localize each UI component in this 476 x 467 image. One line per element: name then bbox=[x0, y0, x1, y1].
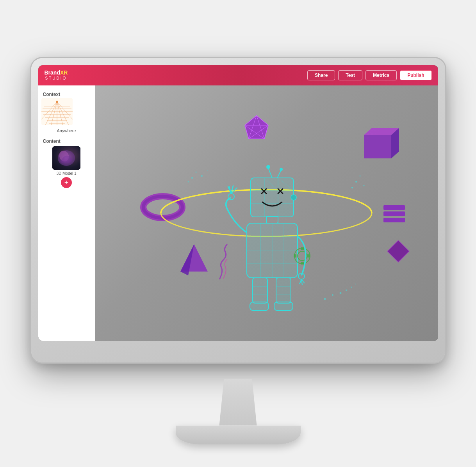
add-content-button[interactable]: + bbox=[61, 177, 72, 188]
svg-point-47 bbox=[324, 298, 326, 300]
share-button[interactable]: Share bbox=[307, 70, 335, 80]
header-bar: BrandXR STUDIO Share Test Metrics Publis… bbox=[38, 65, 438, 85]
svg-marker-20 bbox=[364, 135, 391, 158]
svg-point-42 bbox=[207, 170, 208, 170]
viewport[interactable] bbox=[95, 85, 438, 341]
svg-point-40 bbox=[201, 175, 203, 177]
svg-point-69 bbox=[280, 168, 283, 171]
svg-rect-24 bbox=[383, 211, 405, 216]
svg-point-52 bbox=[355, 284, 356, 284]
logo-studio: STUDIO bbox=[45, 76, 68, 81]
svg-rect-61 bbox=[251, 178, 294, 217]
context-label: Context bbox=[41, 90, 92, 98]
svg-point-48 bbox=[332, 294, 333, 296]
svg-point-41 bbox=[188, 181, 189, 183]
svg-point-51 bbox=[351, 287, 352, 288]
svg-point-70 bbox=[291, 195, 296, 200]
header-buttons: Share Test Metrics Publish bbox=[307, 70, 432, 80]
test-button[interactable]: Test bbox=[338, 70, 362, 80]
svg-point-19 bbox=[143, 196, 182, 218]
context-thumbnail[interactable] bbox=[41, 98, 73, 125]
svg-point-43 bbox=[355, 181, 357, 183]
stand-neck bbox=[215, 379, 262, 426]
publish-button[interactable]: Publish bbox=[400, 70, 431, 80]
scene-svg bbox=[98, 92, 434, 334]
svg-rect-83 bbox=[301, 262, 304, 265]
svg-rect-101 bbox=[276, 278, 291, 303]
model-label: 3D Model 1 bbox=[41, 171, 92, 176]
svg-rect-85 bbox=[307, 254, 310, 257]
model-thumbnail[interactable] bbox=[52, 146, 80, 170]
svg-point-46 bbox=[364, 185, 365, 186]
context-section: Context bbox=[41, 90, 92, 133]
monitor-bezel: BrandXR STUDIO Share Test Metrics Publis… bbox=[38, 65, 438, 341]
svg-rect-82 bbox=[301, 247, 304, 250]
svg-point-15 bbox=[56, 101, 58, 103]
svg-point-39 bbox=[196, 172, 197, 173]
stand-base bbox=[176, 426, 301, 444]
monitor-stand bbox=[176, 380, 301, 444]
logo-text: BrandXR STUDIO bbox=[45, 69, 68, 81]
logo-area: BrandXR STUDIO bbox=[45, 69, 68, 81]
monitor-shell: BrandXR STUDIO Share Test Metrics Publis… bbox=[31, 58, 445, 362]
svg-point-67 bbox=[266, 165, 270, 169]
main-area: Context bbox=[38, 85, 438, 341]
model-thumb-canvas bbox=[52, 146, 80, 170]
content-section: Content bbox=[41, 137, 92, 190]
svg-rect-97 bbox=[253, 278, 267, 303]
svg-rect-99 bbox=[250, 302, 269, 311]
robot-scene bbox=[95, 85, 438, 341]
svg-point-45 bbox=[351, 187, 353, 188]
svg-rect-103 bbox=[274, 302, 293, 311]
svg-point-49 bbox=[340, 292, 342, 294]
logo-brand: BrandXR bbox=[45, 69, 68, 76]
svg-rect-23 bbox=[383, 205, 405, 210]
svg-line-66 bbox=[268, 168, 272, 178]
svg-line-68 bbox=[277, 170, 281, 178]
svg-point-17 bbox=[58, 149, 70, 163]
svg-rect-84 bbox=[294, 254, 296, 257]
anywhere-label: Anywhere bbox=[41, 128, 92, 133]
sidebar: Context bbox=[38, 85, 95, 341]
svg-point-38 bbox=[191, 177, 193, 179]
screen: BrandXR STUDIO Share Test Metrics Publis… bbox=[38, 65, 438, 341]
page-scene: BrandXR STUDIO Share Test Metrics Publis… bbox=[0, 0, 476, 467]
svg-point-44 bbox=[360, 176, 361, 177]
svg-rect-25 bbox=[383, 218, 405, 222]
svg-marker-30 bbox=[245, 115, 268, 139]
svg-marker-26 bbox=[387, 240, 409, 262]
content-section-label: Content bbox=[41, 137, 92, 145]
metrics-button[interactable]: Metrics bbox=[365, 70, 397, 80]
svg-point-86 bbox=[228, 194, 234, 200]
svg-point-50 bbox=[346, 289, 347, 291]
svg-point-16 bbox=[58, 150, 75, 166]
